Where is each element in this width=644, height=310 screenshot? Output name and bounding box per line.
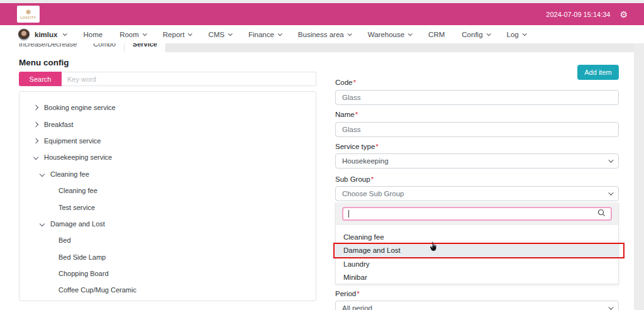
tree-item[interactable]: Bed Side Lamp: [19, 249, 316, 265]
required-asterisk: *: [355, 111, 358, 118]
chevron-down-icon: [142, 31, 147, 36]
nav-item-home[interactable]: Home: [83, 31, 103, 38]
tab-increase-decrease[interactable]: Increase/Decrease: [11, 43, 85, 52]
tree-item[interactable]: Chopping Board: [19, 265, 316, 282]
nav-item-room[interactable]: Room: [119, 31, 146, 38]
nav-item-report[interactable]: Report: [163, 31, 192, 38]
main-navbar: kimlux Home Room Report CMS Finance Busi…: [0, 25, 644, 43]
chevron-right-icon: [33, 138, 38, 143]
menu-config-panel: Menu config Search Booking engine servic…: [19, 58, 316, 301]
nav-item-crm[interactable]: CRM: [428, 31, 445, 38]
code-label: Code*: [335, 79, 356, 86]
nav-item-log[interactable]: Log: [507, 31, 526, 38]
tree-item[interactable]: Equipment service: [19, 133, 316, 149]
chevron-down-icon: [277, 31, 282, 36]
app-window: ❋ LUXCITY 2024-07-09 15:14:34 ⚙ kimlux H…: [0, 0, 644, 310]
period-select[interactable]: All period: [335, 301, 619, 310]
tree-item[interactable]: Booking engine service: [19, 99, 316, 116]
tree-item[interactable]: Cleaning fee: [19, 166, 316, 182]
chevron-down-icon: [408, 31, 413, 36]
name-field[interactable]: [335, 122, 619, 137]
dropdown-option[interactable]: Laundry: [336, 257, 618, 271]
dropdown-search-strip: [336, 202, 618, 225]
chevron-right-icon: [33, 121, 38, 126]
chevron-down-icon: [608, 304, 613, 309]
tree-item[interactable]: Test service: [19, 199, 316, 215]
chevron-down-icon: [63, 31, 67, 36]
period-label: Period*: [335, 290, 360, 297]
gear-icon[interactable]: ⚙: [619, 9, 628, 19]
search-input[interactable]: [62, 72, 316, 86]
search-row: Search: [19, 72, 316, 86]
chevron-down-icon: [522, 31, 526, 36]
nav-user-name[interactable]: kimlux: [35, 31, 57, 38]
code-field[interactable]: [335, 90, 619, 105]
chevron-down-icon: [608, 190, 613, 195]
tree-item[interactable]: Bed: [19, 232, 316, 248]
tree-item[interactable]: Housekeeping service: [19, 149, 316, 165]
nav-item-business-area[interactable]: Business area: [298, 31, 351, 38]
sub-group-select[interactable]: Choose Sub Group: [335, 186, 619, 201]
tree-item[interactable]: Breakfast: [19, 116, 316, 132]
text-caret: [348, 210, 349, 218]
dropdown-option-highlighted[interactable]: Damage and Lost: [336, 244, 618, 258]
luxcity-logo[interactable]: ❋ LUXCITY: [17, 6, 40, 23]
page-title: Menu config: [19, 58, 316, 67]
nav-item-cms[interactable]: CMS: [208, 31, 231, 38]
dropdown-search-input[interactable]: [342, 207, 612, 221]
chevron-down-icon: [347, 31, 352, 36]
required-asterisk: *: [357, 290, 359, 297]
chevron-down-icon: [188, 31, 192, 36]
search-icon: [597, 208, 606, 219]
chevron-down-icon: [486, 31, 491, 36]
required-asterisk: *: [375, 143, 378, 150]
chevron-down-icon: [33, 155, 38, 160]
chevron-down-icon: [608, 157, 613, 162]
sub-group-dropdown: Cleaning fee Damage and Lost Laundry Min…: [335, 202, 619, 284]
chevron-right-icon: [33, 105, 38, 110]
logo-text: LUXCITY: [20, 16, 36, 19]
chevron-down-icon: [40, 172, 45, 177]
dropdown-option[interactable]: Cleaning fee: [336, 230, 618, 244]
item-form-panel: Add item Code* Name* Service type* House…: [335, 62, 619, 310]
tab-service[interactable]: Service: [124, 43, 166, 52]
service-type-label: Service type*: [335, 143, 379, 150]
logo-ornament-icon: ❋: [25, 9, 31, 16]
scrollbar-track[interactable]: [634, 44, 644, 310]
tree-item[interactable]: Damage and Lost: [19, 216, 316, 232]
avatar[interactable]: [18, 28, 30, 41]
required-asterisk: *: [353, 79, 356, 86]
dropdown-option[interactable]: Minibar: [336, 271, 618, 285]
topbar: ❋ LUXCITY 2024-07-09 15:14:34 ⚙: [0, 3, 644, 25]
required-asterisk: *: [371, 175, 374, 183]
tabstrip-filler: [166, 43, 644, 52]
tab-combo[interactable]: Combo: [85, 43, 123, 52]
chevron-down-icon: [228, 31, 233, 36]
search-button[interactable]: Search: [19, 72, 62, 86]
name-label: Name*: [335, 111, 358, 118]
tree-item[interactable]: Coffee Cup/Mug Ceramic: [19, 282, 316, 298]
sub-group-label: Sub Group*: [335, 175, 374, 183]
nav-item-config[interactable]: Config: [462, 31, 489, 38]
dropdown-option-list: Cleaning fee Damage and Lost Laundry Min…: [336, 225, 618, 284]
chevron-down-icon: [40, 221, 45, 226]
nav-item-warehouse[interactable]: Warehouse: [368, 31, 411, 38]
service-tree: Booking engine service Breakfast Equipme…: [19, 91, 316, 301]
add-item-button[interactable]: Add item: [577, 65, 619, 80]
nav-item-finance[interactable]: Finance: [248, 31, 281, 38]
service-type-select[interactable]: Housekeeping: [335, 153, 619, 169]
datetime-text: 2024-07-09 15:14:34: [546, 11, 610, 18]
sub-tab-strip: Increase/Decrease Combo Service: [0, 43, 644, 52]
tree-item[interactable]: Cleaning fee: [19, 182, 316, 199]
